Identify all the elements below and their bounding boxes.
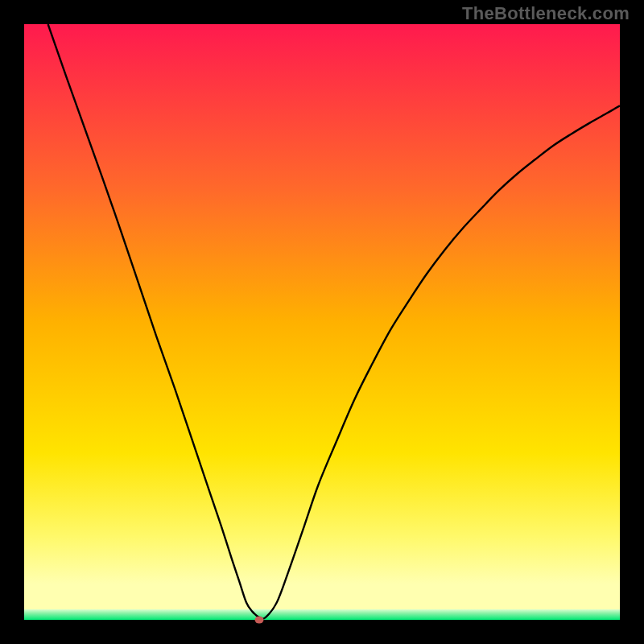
chart-container: TheBottleneck.com [0,0,644,644]
watermark-text: TheBottleneck.com [462,3,630,24]
plot-area [24,24,620,620]
curve-svg [24,24,620,620]
optimal-point-marker [254,617,263,624]
bottleneck-curve [48,24,620,619]
